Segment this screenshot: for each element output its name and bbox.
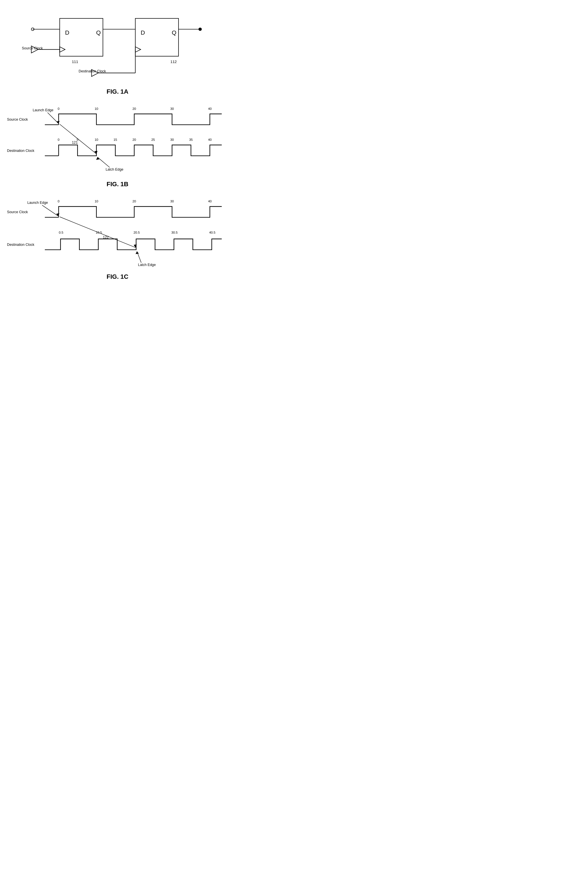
svg-text:40: 40 [208,200,212,203]
svg-text:20.5: 20.5 [134,231,140,234]
figure-1c: Source Clock 0 10 20 30 40 Launch Edge D… [6,197,229,281]
svg-text:20: 20 [132,200,136,203]
svg-text:40: 40 [208,138,212,141]
svg-line-34 [98,157,110,167]
svg-text:10: 10 [94,200,98,203]
svg-text:0: 0 [58,200,59,203]
svg-text:0: 0 [58,138,59,141]
svg-line-20 [48,113,58,123]
svg-text:20: 20 [132,138,136,141]
fig1b-launch-label: Launch Edge [33,108,53,112]
figure-1b: Source Clock 0 10 20 30 40 Launch Edge D… [6,104,229,188]
fig1c-launch-label: Launch Edge [27,201,48,205]
ff2-number: 112 [171,60,177,64]
svg-text:30: 30 [170,107,174,110]
svg-text:35: 35 [189,138,193,141]
figure-1a: D Q D Q Source Clock [6,6,229,95]
svg-text:30.5: 30.5 [171,231,178,234]
fig1b-latch-label: Latch Edge [106,167,123,171]
svg-text:30: 30 [170,138,174,141]
fig1a-title: FIG. 1A [6,88,229,95]
svg-text:40: 40 [208,107,212,110]
svg-rect-2 [135,18,178,56]
fig1b-dest-label: Destination Clock [7,149,34,153]
ff1-q-label: Q [96,29,101,36]
fig1c-diagram: Source Clock 0 10 20 30 40 Launch Edge D… [6,197,229,270]
svg-text:20: 20 [132,107,136,110]
ff1-d-label: D [65,29,69,36]
svg-text:10: 10 [94,138,98,141]
fig1c-source-label: Source Clock [7,210,28,214]
ff1-number: 111 [72,60,78,64]
fig1c-dest-label: Destination Clock [7,243,34,247]
ff2-q-label: Q [172,29,176,36]
fig1b-arrow-label: 121 [72,141,78,144]
fig1b-diagram: Source Clock 0 10 20 30 40 Launch Edge D… [6,104,229,178]
svg-text:25: 25 [151,138,155,141]
fig1c-arrow-label: 122 [103,235,109,239]
svg-text:30: 30 [170,200,174,203]
svg-text:0: 0 [58,107,59,110]
svg-point-8 [199,27,202,31]
svg-line-49 [60,217,135,248]
svg-rect-0 [60,18,103,56]
fig1c-latch-label: Latch Edge [138,263,156,267]
svg-text:40.5: 40.5 [209,231,215,234]
fig1a-diagram: D Q D Q Source Clock [6,6,229,85]
ff2-d-label: D [141,29,145,36]
svg-text:10: 10 [94,107,98,110]
fig1b-source-label: Source Clock [7,117,28,122]
svg-marker-52 [136,251,139,254]
svg-text:15: 15 [114,138,117,141]
svg-line-32 [60,124,96,154]
svg-line-42 [42,205,58,216]
svg-text:0.5: 0.5 [59,231,63,234]
